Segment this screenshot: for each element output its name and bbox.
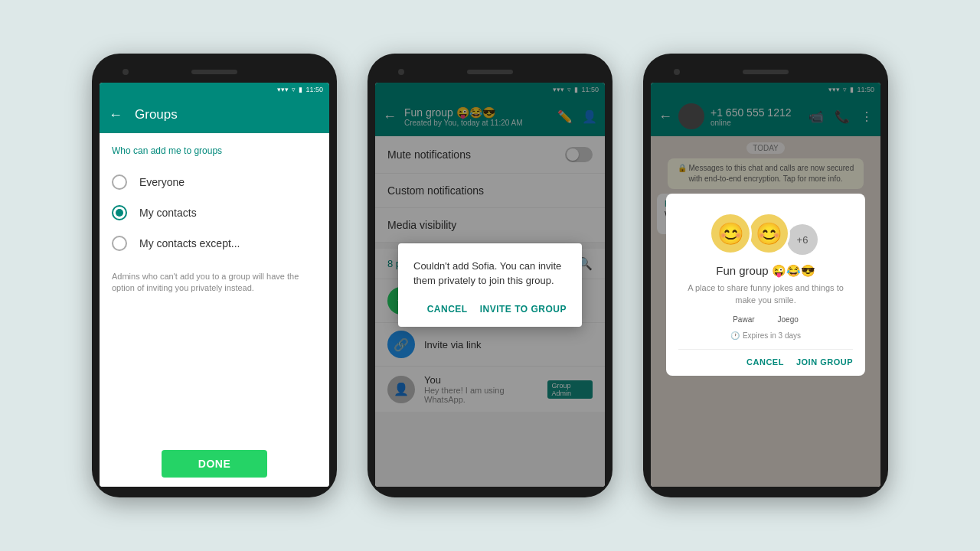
radio-dot-my-contacts [116, 209, 123, 217]
group-cancel-button[interactable]: CANCEL [746, 357, 784, 367]
radio-label-my-contacts: My contacts [139, 207, 197, 219]
phone-3-screen: ▾▾▾ ▿ ▮ 11:50 ← +1 650 555 1212 online 📹… [651, 83, 880, 487]
signal-icon: ▾▾▾ [277, 86, 289, 93]
back-button[interactable]: ← [109, 107, 122, 123]
group-dialog-actions: CANCEL JOIN GROUP [678, 349, 853, 367]
dialog-box: Couldn't add Sofia. You can invite them … [398, 243, 582, 327]
radio-label-everyone: Everyone [139, 176, 185, 188]
radio-option-except[interactable]: My contacts except... [112, 228, 317, 259]
done-button[interactable]: DONE [162, 450, 267, 478]
phone-2: ▾▾▾ ▿ ▮ 11:50 ← Fun group 😜😂😎 Created by… [368, 54, 612, 497]
phone-1-top-bar [100, 64, 329, 80]
dialog-overlay: Couldn't add Sofia. You can invite them … [375, 83, 605, 487]
battery-icon: ▮ [299, 86, 302, 93]
status-time: 11:50 [305, 86, 323, 93]
phone-3-camera [674, 69, 680, 75]
phone-2-speaker [467, 70, 513, 74]
dialog-cancel-button[interactable]: CANCEL [427, 301, 468, 318]
phone-1: ▾▾▾ ▿ ▮ 11:50 ← Groups Who can add me to… [92, 54, 337, 497]
group-avatars-row: 😊 😊 +6 [678, 209, 853, 255]
page-title: Groups [135, 107, 178, 122]
member-name-1: Pawar [733, 315, 754, 324]
wifi-icon: ▿ [292, 86, 296, 93]
join-group-button[interactable]: JOIN GROUP [796, 357, 853, 367]
expires-text: Expires in 3 days [743, 331, 801, 340]
phone-3-speaker [743, 70, 789, 74]
group-invite-dialog: 😊 😊 +6 Fun group 😜😂😎 A place to share fu… [666, 194, 865, 376]
group-dialog-names: Pawar Joego [678, 315, 853, 324]
radio-option-my-contacts[interactable]: My contacts [112, 197, 317, 228]
group-dialog-expires: 🕐 Expires in 3 days [678, 331, 853, 340]
phone-2-top-bar [375, 64, 605, 80]
privacy-note: Admins who can't add you to a group will… [112, 271, 317, 295]
radio-circle-except [112, 236, 127, 251]
group-avatar-2: 😊 [747, 212, 790, 255]
phone-1-speaker [191, 70, 237, 74]
section-label: Who can add me to groups [112, 145, 317, 156]
phone-1-footer: DONE [100, 441, 329, 487]
group-dialog-overlay: 😊 😊 +6 Fun group 😜😂😎 A place to share fu… [651, 83, 880, 487]
dialog-text: Couldn't add Sofia. You can invite them … [413, 259, 567, 289]
extra-count: +6 [787, 224, 818, 255]
member-name-2: Joego [778, 315, 799, 324]
phone-3-top-bar [651, 64, 880, 80]
radio-circle-everyone [112, 174, 127, 190]
dialog-invite-button[interactable]: INVITE TO GROUP [480, 301, 567, 318]
phone-1-header: ← Groups [100, 96, 329, 133]
phone-2-camera [398, 69, 404, 75]
radio-circle-my-contacts [112, 205, 127, 220]
phone-1-screen: ▾▾▾ ▿ ▮ 11:50 ← Groups Who can add me to… [100, 83, 329, 487]
phone-1-content: Who can add me to groups Everyone My con… [100, 133, 329, 441]
radio-label-except: My contacts except... [139, 237, 240, 249]
group-dialog-description: A place to share funny jokes and things … [678, 282, 853, 306]
radio-option-everyone[interactable]: Everyone [112, 167, 317, 197]
phone-1-camera [122, 69, 129, 75]
phone-1-status-bar: ▾▾▾ ▿ ▮ 11:50 [100, 83, 329, 96]
clock-icon: 🕐 [730, 331, 740, 340]
dialog-actions: CANCEL INVITE TO GROUP [413, 301, 567, 318]
phone-3: ▾▾▾ ▿ ▮ 11:50 ← +1 650 555 1212 online 📹… [643, 54, 888, 497]
phone-2-screen: ▾▾▾ ▿ ▮ 11:50 ← Fun group 😜😂😎 Created by… [375, 83, 605, 487]
group-dialog-title: Fun group 😜😂😎 [678, 264, 853, 278]
group-avatar-1: 😊 [709, 212, 752, 255]
